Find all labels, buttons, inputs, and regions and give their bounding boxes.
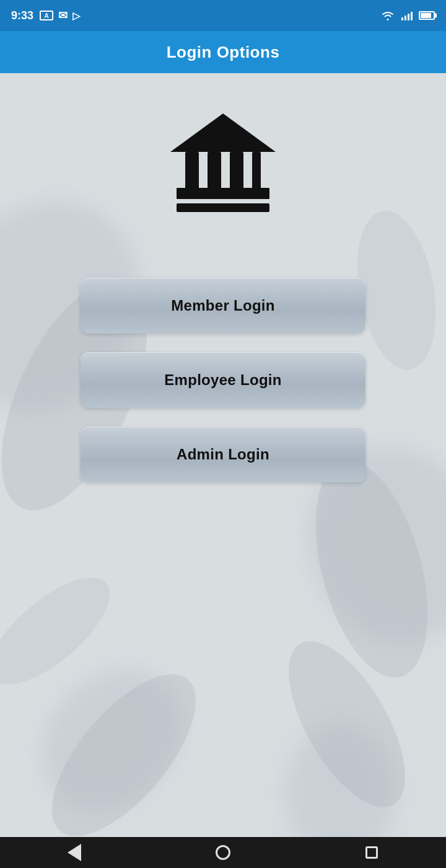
recents-button[interactable] [353,840,390,865]
time-display: 9:33 [11,9,33,22]
mail-icon: ✉ [58,9,68,22]
home-circle-icon [216,845,230,860]
svg-rect-10 [230,152,243,190]
employee-login-button[interactable]: Employee Login [81,352,365,408]
status-icons: A ✉ ▷ [40,9,80,22]
play-icon: ▷ [72,10,80,22]
recents-square-icon [365,846,378,859]
content-wrapper: Member Login Employee Login Admin Login [0,73,446,501]
svg-point-4 [0,560,126,703]
status-left: 9:33 A ✉ ▷ [11,9,80,22]
app-bar-title: Login Options [167,43,280,62]
svg-marker-12 [170,113,276,152]
svg-rect-11 [252,152,261,190]
admin-login-button[interactable]: Admin Login [81,427,365,482]
back-triangle-icon [68,844,81,861]
bottom-nav [0,837,446,868]
back-button[interactable] [56,840,93,865]
wifi-icon [380,10,395,21]
bank-icon-container [161,104,285,228]
main-content: Member Login Employee Login Admin Login [0,73,446,837]
home-button[interactable] [204,840,242,865]
svg-rect-9 [208,152,221,190]
svg-rect-8 [185,152,199,190]
bank-icon [164,107,282,225]
member-login-button[interactable]: Member Login [81,278,365,334]
app-bar: Login Options [0,31,446,73]
svg-point-2 [27,651,221,837]
signal-icon [401,11,413,20]
status-bar: 9:33 A ✉ ▷ [0,0,446,31]
battery-icon [419,11,435,20]
status-right [380,10,435,21]
svg-rect-6 [177,203,269,212]
keyboard-icon: A [40,11,53,20]
